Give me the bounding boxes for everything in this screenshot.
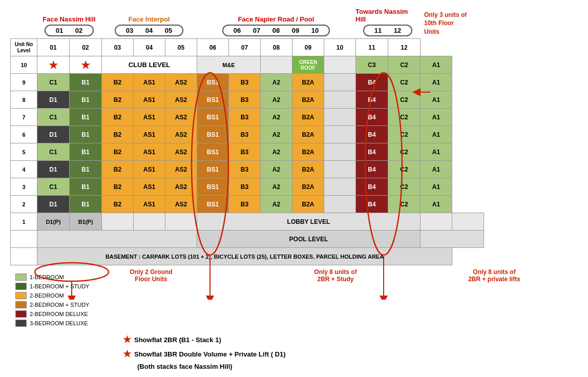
star-icon-1: ★ — [123, 334, 131, 345]
table-wrapper: Unit NoLevel 01 02 03 04 05 06 07 08 09 … — [10, 38, 583, 265]
col-01: 01 — [37, 39, 70, 56]
face-towards-group: Towards Nassim Hill 11 12 — [355, 8, 420, 36]
legend-2br: 2-BEDROOM — [15, 292, 118, 299]
tenth-floor-callout: Only 3 units of10th FloorUnits — [424, 11, 491, 36]
ground-floor-callout: Only 2 GroundFloor Units — [128, 268, 174, 283]
face-napier-group: Face Napier Road / Pool 06 07 08 09 10 — [197, 15, 355, 36]
table-row: 4 D1 B1 B2 AS1 AS2 BS1 B3 A2 B2A B4 C2 A… — [11, 161, 484, 178]
col-04: 04 — [134, 39, 165, 56]
table-row: 9 C1 B1 B2 AS1 AS2 BS1 B3 A2 B2A B4 C2 A… — [11, 74, 484, 91]
table-row: 6 D1 B1 B2 AS1 AS2 BS1 B3 A2 B2A B4 C2 A… — [11, 126, 484, 143]
col-09: 09 — [292, 39, 324, 56]
basement-text: BASEMENT : CARPARK LOTS (101 + 2), BICYC… — [37, 248, 452, 265]
col-08: 08 — [261, 39, 292, 56]
legend: 1-BEDROOM 1-BEDROOM + STUDY 2-BEDROOM 2-… — [15, 274, 118, 329]
col-11: 11 — [356, 39, 388, 56]
br-study-callout: Only 8 units of2BR + Study — [307, 268, 364, 283]
floor-table: Unit NoLevel 01 02 03 04 05 06 07 08 09 … — [10, 38, 484, 265]
legend-label-2br-deluxe: 2-BEDROOM DELUXE — [30, 311, 88, 317]
legend-label-3br-deluxe: 3-BEDROOM DELUXE — [30, 320, 88, 326]
legend-color-1br — [15, 274, 27, 281]
private-lifts-callout: Only 8 units of2BR + private lifts — [466, 268, 522, 283]
legend-color-2br-deluxe — [15, 310, 27, 318]
face-nassim-group: Face Nassim Hill 01 02 — [37, 15, 101, 36]
showflat-notes: ★ Showflat 2BR (B1 - Stack 1) ★ Showflat… — [123, 334, 583, 373]
legend-label-1br: 1-BEDROOM — [30, 274, 64, 280]
legend-label-2br: 2-BEDROOM — [30, 292, 64, 299]
showflat-note-text: (Both stacks face Nassim Hill) — [137, 363, 233, 370]
showflat-label-1: Showflat 2BR (B1 - Stack 1) — [134, 336, 221, 344]
nassim-pill: 01 02 — [45, 25, 94, 36]
col-12: 12 — [388, 39, 421, 56]
table-row: 8 D1 B1 B2 AS1 AS2 BS1 B3 A2 B2A B4 C2 A… — [11, 91, 484, 109]
legend-label-1br-study: 1-BEDROOM + STUDY — [30, 283, 89, 289]
legend-1br: 1-BEDROOM — [15, 274, 118, 281]
col-03: 03 — [102, 39, 134, 56]
legend-1br-study: 1-BEDROOM + STUDY — [15, 283, 118, 290]
face-interpol-group: Face Interpol 03 04 05 — [101, 15, 197, 36]
legend-color-3br-deluxe — [15, 320, 27, 327]
table-row: 2 D1 B1 B2 AS1 AS2 BS1 B3 A2 B2A B4 C2 A… — [11, 196, 484, 213]
col-05: 05 — [165, 39, 197, 56]
col-07: 07 — [229, 39, 261, 56]
towards-pill: 11 12 — [363, 25, 412, 36]
table-row: 1 D1(P) B1(P) LOBBY LEVEL — [11, 213, 484, 231]
face-nassim-label: Face Nassim Hill — [43, 15, 95, 23]
col-02: 02 — [70, 39, 102, 56]
bottom-callouts: Only 2 GroundFloor Units Only 8 units of… — [128, 268, 522, 283]
table-row: 5 C1 B1 B2 AS1 AS2 BS1 B3 A2 B2A B4 C2 A… — [11, 143, 484, 161]
showflat-label-2: Showflat 3BR Double Volume + Private Lif… — [134, 350, 286, 358]
unit-level-header: Unit NoLevel — [11, 39, 37, 56]
legend-label-2br-study: 2-BEDROOM + STUDY — [30, 302, 89, 308]
showflat-line-1: ★ Showflat 2BR (B1 - Stack 1) — [123, 334, 583, 345]
col-10: 10 — [324, 39, 356, 56]
interpol-pill: 03 04 05 — [115, 25, 183, 36]
table-row: 10 ★ ★ CLUB LEVEL M&E GREENROOF C3 C2 A1 — [11, 56, 484, 74]
face-napier-label: Face Napier Road / Pool — [238, 15, 314, 23]
legend-2br-study: 2-BEDROOM + STUDY — [15, 301, 118, 308]
napier-pill: 06 07 08 09 10 — [222, 25, 330, 36]
col-06: 06 — [197, 39, 229, 56]
main-container: Face Nassim Hill 01 02 Face Interpol 03 … — [0, 0, 588, 377]
table-row: 3 C1 B1 B2 AS1 AS2 BS1 B3 A2 B2A B4 C2 A… — [11, 178, 484, 196]
showflat-note: (Both stacks face Nassim Hill) — [137, 363, 583, 370]
table-row: BASEMENT : CARPARK LOTS (101 + 2), BICYC… — [11, 248, 484, 265]
star-icon-2: ★ — [123, 348, 131, 360]
table-row: POOL LEVEL — [11, 231, 484, 248]
legend-color-2br — [15, 292, 27, 299]
legend-3br-deluxe: 3-BEDROOM DELUXE — [15, 320, 118, 327]
face-interpol-label: Face Interpol — [129, 15, 170, 23]
legend-color-1br-study — [15, 283, 27, 290]
legend-2br-deluxe: 2-BEDROOM DELUXE — [15, 310, 118, 318]
showflat-line-2: ★ Showflat 3BR Double Volume + Private L… — [123, 348, 583, 360]
legend-color-2br-study — [15, 301, 27, 308]
col-header-row: Unit NoLevel 01 02 03 04 05 06 07 08 09 … — [11, 39, 484, 56]
table-row: 7 C1 B1 B2 AS1 AS2 BS1 B3 A2 B2A B4 C2 A… — [11, 109, 484, 126]
face-towards-label: Towards Nassim Hill — [355, 8, 420, 23]
